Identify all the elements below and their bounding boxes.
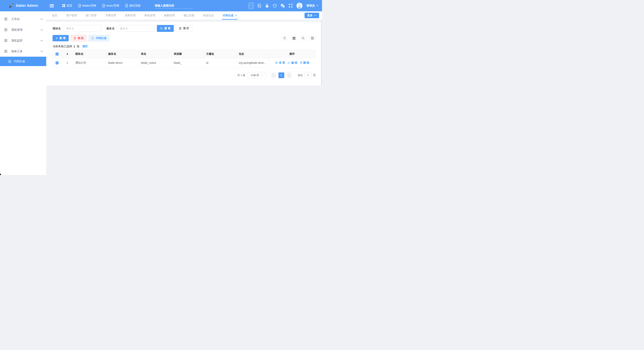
sidebar-item-3[interactable]: 研发工具 xyxy=(0,46,46,57)
chevron-down-icon xyxy=(40,29,43,31)
chevron-up-icon xyxy=(40,51,43,52)
column-settings-button[interactable] xyxy=(290,35,297,42)
scrollbar[interactable] xyxy=(321,20,322,86)
view-row-link[interactable]: 查 看 xyxy=(275,61,285,65)
delete-button[interactable]: 删 除 xyxy=(71,35,86,41)
tab-1[interactable]: 用户管理 xyxy=(62,11,81,20)
topnav-item-home[interactable]: 首页 xyxy=(60,0,74,11)
codegen-label: 代码生成 xyxy=(96,37,106,40)
goto-label: 前往 xyxy=(298,74,303,77)
selection-count: 1 xyxy=(74,45,75,48)
clear-button[interactable]: 清 空 xyxy=(176,25,192,32)
cell-service: blade-demo xyxy=(106,58,139,67)
module-input[interactable] xyxy=(63,25,101,32)
topnav-item-avuex官网[interactable]: avuex官网 xyxy=(100,0,122,11)
delete-row-link-label: 删 除 xyxy=(303,61,309,65)
cell-pk: id xyxy=(204,58,237,67)
menu-list-icon xyxy=(4,39,7,42)
topnav-item-测试页面[interactable]: 测试页面 xyxy=(123,0,143,11)
select-all-checkbox[interactable] xyxy=(56,53,58,56)
current-page-button[interactable]: 1 xyxy=(278,72,284,78)
cell-index: 1 xyxy=(61,58,74,67)
edit-icon xyxy=(288,62,290,64)
tab-3[interactable]: 字典管理 xyxy=(101,11,120,20)
toggle-search-button[interactable] xyxy=(300,35,306,42)
tab-5[interactable]: 角色管理 xyxy=(140,11,160,20)
page-tabbar: 首页用户管理部门管理字典管理菜单管理角色管理参数管理接口文档错误日志 代码生成 … xyxy=(46,11,322,20)
tab-0[interactable]: 首页 xyxy=(48,11,62,20)
user-name: 管理员 xyxy=(306,4,315,8)
column-header: 主键名 xyxy=(204,50,237,58)
chevron-down-icon xyxy=(314,15,316,16)
user-avatar[interactable] xyxy=(296,3,302,9)
selection-suffix: 项 xyxy=(77,45,80,48)
selection-prefix: 当前表格已选择 xyxy=(52,45,72,48)
clear-label: 清 空 xyxy=(183,27,189,30)
cell-package: org.springblade.desk... xyxy=(237,58,269,67)
edit-row-link-label: 编 辑 xyxy=(291,61,297,65)
sidebar-item-0[interactable]: 工作台 xyxy=(0,14,46,24)
global-search-input[interactable]: 请输入搜索内容 xyxy=(154,3,193,9)
sidebar-item-label: 工作台 xyxy=(11,17,20,21)
tab-4[interactable]: 菜单管理 xyxy=(120,11,140,20)
main-content: 模块名 服务名 搜 索 清 空 xyxy=(46,20,322,175)
table-view-button[interactable] xyxy=(309,35,316,42)
fullscreen-button[interactable] xyxy=(289,4,292,8)
column-header: 操作 xyxy=(269,50,315,58)
sidebar-item-1[interactable]: 系统管理 xyxy=(0,24,46,35)
grid-icon xyxy=(293,37,295,40)
tab-7[interactable]: 接口文档 xyxy=(179,11,199,20)
trash-icon xyxy=(179,27,182,30)
translate-icon: 中 A xyxy=(281,4,285,8)
tab-codegen-active[interactable]: 代码生成 xyxy=(218,11,241,20)
search-button[interactable]: 搜 索 xyxy=(157,25,174,32)
tab-8[interactable]: 错误日志 xyxy=(199,11,218,20)
grid-icon xyxy=(62,4,65,7)
add-button[interactable]: 新 增 xyxy=(52,35,69,41)
chevron-down-icon xyxy=(249,4,253,8)
more-label: 更多 xyxy=(307,14,312,17)
chevron-right-icon xyxy=(288,74,290,76)
trash-icon xyxy=(300,62,302,64)
theme-button[interactable] xyxy=(273,4,277,8)
prev-page-button[interactable] xyxy=(271,72,276,78)
codegen-button[interactable]: 代码生成 xyxy=(89,35,109,41)
row-actions: 查 看编 辑删 除 xyxy=(269,61,315,65)
top-nav: 首页bladex官网avuex官网测试页面 xyxy=(60,0,143,11)
tab-6[interactable]: 参数管理 xyxy=(160,11,179,20)
next-page-button[interactable] xyxy=(287,72,292,78)
refresh-icon xyxy=(92,37,94,40)
table-row: 1通知公告blade-demoblade_noticeblade_idorg.s… xyxy=(53,58,315,67)
topnav-item-bladex官网[interactable]: bladex官网 xyxy=(76,0,98,11)
service-input[interactable] xyxy=(117,25,155,32)
refresh-grid-button[interactable] xyxy=(281,35,288,42)
menu-list-icon xyxy=(8,60,11,63)
page-size-select[interactable]: 10条/页 xyxy=(248,72,266,78)
user-menu[interactable]: 管理员 xyxy=(306,4,319,8)
tab-2[interactable]: 部门管理 xyxy=(81,11,101,20)
filter-form: 模块名 服务名 搜 索 清 空 xyxy=(52,25,316,32)
window-select-button[interactable] xyxy=(248,3,254,9)
language-button[interactable]: 中 A xyxy=(281,4,285,8)
lock-screen-button[interactable] xyxy=(266,4,269,8)
delete-row-link[interactable]: 删 除 xyxy=(300,61,309,65)
goto-page-input[interactable] xyxy=(305,72,312,78)
column-header: 模块名 xyxy=(74,50,106,58)
add-label: 新 增 xyxy=(60,37,66,40)
close-tab-icon[interactable] xyxy=(235,15,237,16)
collapse-menu-button[interactable] xyxy=(46,4,57,8)
column-header: # xyxy=(61,50,74,58)
brand: Saber Admin xyxy=(0,0,46,11)
menu-list-icon xyxy=(4,29,7,31)
more-tabs-button[interactable]: 更多 xyxy=(304,13,319,18)
document-icon xyxy=(78,4,81,7)
sidebar-item-codegen-active[interactable]: 代码生成 xyxy=(0,57,46,66)
debug-tool-button[interactable] xyxy=(258,4,262,8)
clear-selection-link[interactable]: 清空 xyxy=(82,45,88,48)
chevron-down-icon xyxy=(40,40,43,41)
edit-row-link[interactable]: 编 辑 xyxy=(288,61,297,65)
row-checkbox[interactable] xyxy=(56,62,58,64)
sidebar-item-label: 系统管理 xyxy=(11,28,22,32)
sidebar-item-2[interactable]: 系统监控 xyxy=(0,35,46,46)
hamburger-icon xyxy=(50,4,54,8)
